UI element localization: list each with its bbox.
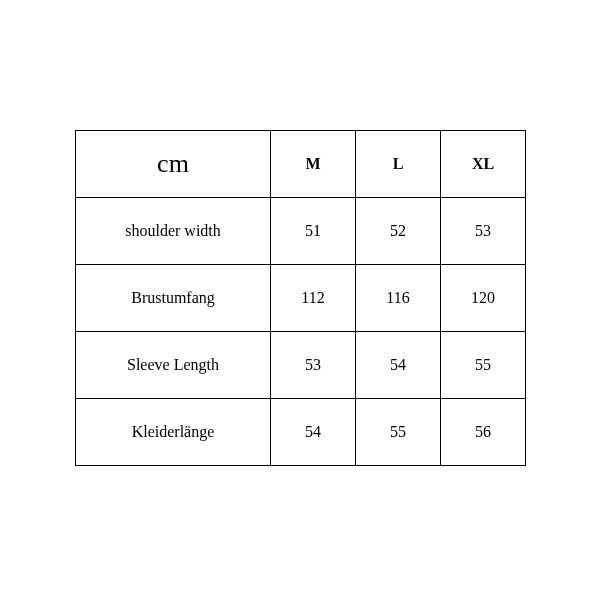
- measurement-value: 116: [356, 265, 441, 332]
- size-chart: cm M L XL shoulder width 51 52 53 Brustu…: [75, 130, 525, 466]
- measurement-value: 54: [271, 399, 356, 466]
- measurement-label: Sleeve Length: [76, 332, 271, 399]
- measurement-value: 56: [441, 399, 526, 466]
- table-row: shoulder width 51 52 53: [76, 198, 526, 265]
- unit-header: cm: [76, 131, 271, 198]
- measurement-value: 120: [441, 265, 526, 332]
- table-header-row: cm M L XL: [76, 131, 526, 198]
- measurement-value: 55: [441, 332, 526, 399]
- size-table: cm M L XL shoulder width 51 52 53 Brustu…: [75, 130, 526, 466]
- measurement-value: 52: [356, 198, 441, 265]
- size-header-m: M: [271, 131, 356, 198]
- measurement-label: shoulder width: [76, 198, 271, 265]
- measurement-value: 54: [356, 332, 441, 399]
- size-header-l: L: [356, 131, 441, 198]
- table-row: Sleeve Length 53 54 55: [76, 332, 526, 399]
- measurement-value: 55: [356, 399, 441, 466]
- measurement-value: 53: [271, 332, 356, 399]
- measurement-value: 53: [441, 198, 526, 265]
- measurement-value: 51: [271, 198, 356, 265]
- table-row: Kleiderlänge 54 55 56: [76, 399, 526, 466]
- measurement-value: 112: [271, 265, 356, 332]
- measurement-label: Kleiderlänge: [76, 399, 271, 466]
- table-row: Brustumfang 112 116 120: [76, 265, 526, 332]
- measurement-label: Brustumfang: [76, 265, 271, 332]
- size-header-xl: XL: [441, 131, 526, 198]
